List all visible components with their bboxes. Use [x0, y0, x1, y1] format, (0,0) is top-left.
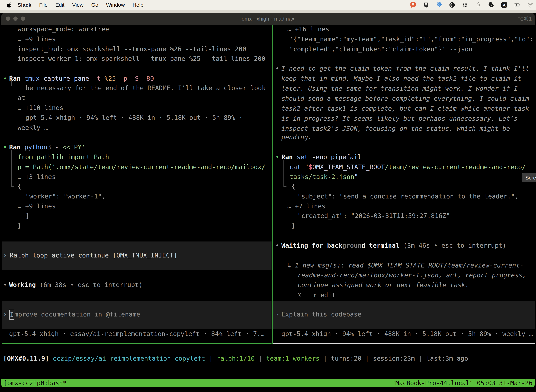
terminal-line: "subject": "send a concise recommendatio… — [297, 191, 519, 201]
terminal-line: keep that in mind. Maybe I also need the… — [281, 73, 522, 84]
output-connector — [11, 150, 14, 187]
terminal-line: › — [275, 309, 279, 319]
terminal-line: Ran python3 - <<'PY' — [9, 142, 86, 152]
terminal-line: "created_at": "2026-03-31T11:59:27.816Z" — [297, 211, 450, 221]
terminal-line: workspace_mode: worktree — [18, 24, 109, 34]
right-pane-inactive-border — [273, 343, 535, 344]
terminal-line: Waiting for background terminal (3m 46s … — [281, 240, 506, 250]
terminal-line: { — [18, 181, 21, 191]
terminal-line: '{"team_name":"my-team","task_id":"1","f… — [289, 34, 533, 44]
text-cursor[interactable]: I — [9, 310, 14, 320]
tmux-session-label: [omx-cczip0:bash* — [4, 379, 67, 387]
terminal-line: … +7 lines — [287, 201, 325, 211]
terminal-line: gpt-5.4 xhigh · 94% left · 488K in · 5.1… — [25, 112, 243, 123]
terminal-line: ↳ 1 new msg(s): read $OMX_TEAM_STATE_ROO… — [287, 260, 524, 270]
terminal-line: gpt-5.4 xhigh · 94% left · 488K in · 5.1… — [281, 329, 533, 339]
terminal-line: … +9 lines — [18, 201, 56, 211]
terminal-line: } — [292, 221, 295, 231]
terminal-line: • — [3, 73, 7, 84]
terminal-line: inspect_worker-1: omx sparkshell --tmux-… — [18, 54, 265, 64]
terminal-line: • — [275, 63, 279, 73]
terminal-line: tasks/task-2.json" — [289, 172, 358, 182]
terminal-line: weekly … — [18, 123, 48, 133]
terminal-line: "worker": "worker-1", — [25, 191, 105, 201]
screen-tooltip: Scre — [522, 173, 536, 182]
terminal-line: } — [18, 221, 21, 231]
terminal-line: mprove documentation in @filename — [14, 309, 140, 319]
terminal-line: › — [3, 250, 7, 260]
terminal-line: p = Path('.omx/state/team/review-current… — [18, 162, 265, 172]
tmux-status-bar: [omx-cczip0:bash* "MacBook-Pro-44.local"… — [1, 379, 535, 387]
terminal-line: at — [18, 93, 25, 103]
terminal-line: from pathlib import Path — [18, 152, 109, 162]
terminal-line: inspect task2's JSON, focusing on the st… — [281, 123, 510, 134]
terminal-line: I need to get the claim token from the c… — [281, 63, 529, 73]
terminal-line: be necessary for the end of the README. … — [25, 83, 266, 93]
terminal-line: … +9 lines — [18, 34, 56, 44]
tmux-host-clock: "MacBook-Pro-44.local" 05:03 31-Mar-26 — [392, 379, 532, 387]
terminal-line: [OMX#0.11.9] cczip/essay/ai-reimplementa… — [3, 353, 468, 363]
pane-divider[interactable] — [272, 25, 273, 344]
left-pane-active-border — [2, 343, 272, 344]
terminal-line: later. Using the same for transition mig… — [281, 84, 518, 93]
terminal-line: … +110 lines — [18, 103, 63, 113]
terminal-line: Ran tmux capture-pane -t %25 -p -S -80 — [9, 73, 154, 84]
terminal-line: … +3 lines — [18, 172, 56, 182]
terminal-line: cat "$OMX_TEAM_STATE_ROOT/team/review-cu… — [289, 162, 526, 172]
terminal-line: • — [3, 142, 7, 152]
terminal-line: • — [275, 152, 279, 162]
output-connector — [283, 160, 287, 187]
terminal-line: … +16 lines — [287, 24, 329, 34]
terminal-line: Working (6m 38s • esc to interrupt) — [9, 280, 143, 290]
terminal-line: inspect_hud: omx sparkshell --tmux-pane … — [18, 44, 246, 54]
terminal-line: task2 after task1 is complete, but can I… — [281, 103, 529, 113]
terminal-line: Explain this codebase — [281, 309, 361, 319]
terminal-line: should send a message before completing … — [281, 93, 529, 103]
terminal-line: Ran set -euo pipefail — [281, 152, 361, 162]
terminal-line: "completed","claim_token":"claim-token"}… — [289, 44, 472, 54]
terminal-line: • — [275, 240, 279, 250]
terminal-line: continue assigned work or next feasible … — [297, 280, 469, 290]
terminal-content: workspace_mode: worktree… +9 linesinspec… — [0, 0, 536, 392]
screen: { "menu_bar": { "app_name": "Slack", "me… — [0, 0, 536, 392]
terminal-line: pending. — [281, 132, 312, 142]
terminal-line: is in progress? It seems likely but perh… — [281, 113, 518, 123]
terminal-line: • — [3, 280, 7, 290]
terminal-line: ⌥ + ↑ edit — [297, 290, 336, 300]
terminal-line: readme-and-reco/mailbox/worker-1.json, a… — [297, 270, 526, 280]
terminal-line: gpt-5.4 xhigh · essay/ai-reimplementatio… — [9, 329, 264, 339]
terminal-line: › — [3, 309, 7, 319]
terminal-line: Ralph loop active continue [OMX_TMUX_INJ… — [10, 250, 177, 260]
terminal-line: { — [292, 181, 295, 191]
terminal-line: ] — [25, 211, 29, 221]
